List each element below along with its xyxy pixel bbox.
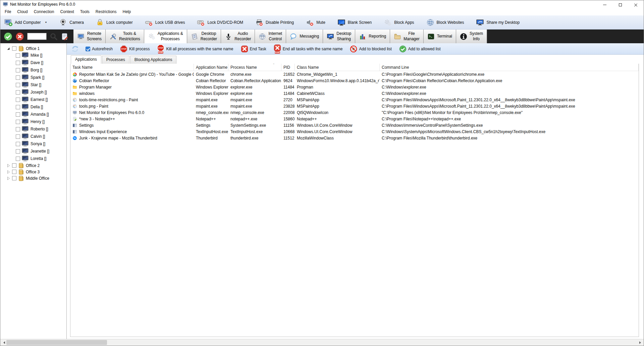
minimize-button[interactable] (597, 0, 612, 9)
tab-desktop-sharing[interactable]: DesktopSharing (323, 30, 355, 43)
tab-reporting[interactable]: Reporting (355, 30, 390, 43)
tree-expander-closed-icon[interactable] (6, 164, 10, 168)
tree-checkbox[interactable] (16, 61, 20, 65)
tree-checkbox[interactable] (16, 53, 20, 58)
end-task-button[interactable]: End Task (241, 45, 266, 53)
tab-messaging[interactable]: Messaging (286, 30, 323, 43)
tree-checkbox[interactable] (12, 170, 16, 174)
tree-checkbox[interactable] (16, 112, 20, 117)
tree-item-sonya[interactable]: Sonya [] (0, 140, 66, 148)
tree-checkbox[interactable] (16, 90, 20, 95)
disconnect-button[interactable] (15, 32, 24, 41)
table-row[interactable]: tools-time-restrictions.png - Paintmspai… (70, 97, 639, 103)
tree-item-joseph[interactable]: Joseph [] (0, 89, 66, 96)
subtab-blocking-applications[interactable]: Blocking Applications (130, 56, 177, 64)
tree-item-earnest[interactable]: Earnest [] (0, 96, 66, 103)
table-row[interactable]: windowsWindows Explorerexplorer.exe11484… (70, 90, 639, 97)
table-row[interactable]: tools.png - Paintmspaint.exemspaint.exe2… (70, 103, 639, 109)
toolbar-lock-computer[interactable]: Lock computer (96, 18, 133, 26)
tree-item-spark[interactable]: Spark [] (0, 74, 66, 81)
toolbar-blank-screen[interactable]: Blank Screen (337, 18, 372, 26)
tree-checkbox[interactable] (16, 127, 20, 131)
toolbar-lock-usb-drives[interactable]: Lock USB drives (145, 18, 185, 26)
maximize-button[interactable] (612, 0, 628, 9)
table-row[interactable]: *new 3 - Notepad++Notepad++notepad++.exe… (70, 116, 639, 122)
tree-expander-open-icon[interactable] (6, 47, 10, 51)
column-header-task-name[interactable]: Task Name (70, 64, 194, 71)
autorefresh-toggle[interactable]: Autorefresh (86, 47, 113, 51)
kill-all-processes-with-the-same-name-button[interactable]: STOPNAMEKill all processes with the same… (157, 44, 233, 54)
tree-checkbox[interactable] (16, 105, 20, 109)
tab-internet-control[interactable]: InternetControl (255, 30, 286, 43)
toolbar-disable-printing[interactable]: Disable Printing (255, 18, 294, 26)
table-row[interactable]: Cobian ReflectorCobian ReflectorCobian.R… (70, 77, 639, 84)
table-row[interactable]: Reporter Milan Kak Se Je Začelo (prvi CD… (70, 71, 639, 77)
menu-help[interactable]: Help (119, 8, 134, 15)
table-row[interactable]: Net Monitor for Employees Pro 6.0.0nmep_… (70, 109, 639, 116)
tab-terminal[interactable]: Terminal (424, 30, 456, 43)
column-header-class-name[interactable]: Class Name (295, 64, 380, 71)
tree-group-office-2[interactable]: Office 2 (0, 162, 66, 169)
tree-group-office-3[interactable]: Office 3 (0, 169, 66, 175)
tab-file-manager[interactable]: FileManager (390, 30, 423, 43)
tree-checkbox[interactable] (16, 157, 20, 161)
tree-checkbox[interactable] (16, 98, 20, 102)
toolbar-block-websites[interactable]: Block Websites (426, 18, 464, 26)
tree-item-star[interactable]: Star [] (0, 81, 66, 89)
toolbar-lock-dvd-cd-rom[interactable]: Lock DVD/CD-ROM (197, 18, 243, 26)
column-header-application-name[interactable]: Application Name (194, 64, 228, 71)
menu-restrictions[interactable]: Restrictions (93, 8, 120, 15)
subtab-processes[interactable]: Processes (102, 56, 129, 64)
toolbar-block-apps[interactable]: Block Apps (384, 18, 414, 26)
tree-checkbox[interactable] (16, 83, 20, 87)
table-row[interactable]: Program ManagerWindows Explorerexplorer.… (70, 84, 639, 90)
tree-item-amanda[interactable]: Amanda [] (0, 111, 66, 118)
table-row[interactable]: Junk - Krajevne mape - Mozilla Thunderbi… (70, 135, 639, 141)
tab-remote-screens[interactable]: RemoteScreens (73, 30, 106, 43)
tree-item-roberto[interactable]: Roberto [] (0, 125, 66, 133)
close-button[interactable] (628, 0, 643, 9)
end-all-tasks-with-the-same-name-button[interactable]: NAMEEnd all tasks with the same name (274, 44, 343, 54)
search-icon[interactable] (50, 33, 58, 41)
tab-desktop-recorder[interactable]: DesktopRecorder (187, 30, 221, 43)
scroll-thumb[interactable] (6, 340, 107, 345)
scroll-right-arrow-icon[interactable] (638, 339, 644, 346)
scroll-left-arrow-icon[interactable] (0, 339, 6, 346)
connect-button[interactable] (4, 32, 12, 41)
tree-checkbox[interactable] (16, 68, 20, 72)
horizontal-scrollbar[interactable] (0, 339, 644, 346)
autorefresh-checkbox[interactable] (86, 47, 90, 51)
tree-item-henry[interactable]: Henry [] (0, 118, 66, 125)
tree-checkbox[interactable] (16, 134, 20, 139)
search-input[interactable] (27, 33, 47, 40)
toolbar-mute[interactable]: Mute (306, 18, 325, 26)
tree-group-office-1[interactable]: Office 1 (0, 45, 66, 52)
tree-checkbox[interactable] (16, 120, 20, 124)
column-header-process-name[interactable]: Process Nameˆ (228, 64, 281, 71)
menu-connection[interactable]: Connection (31, 8, 57, 15)
tab-audio-recorder[interactable]: AudioRecorder (221, 30, 255, 43)
tree-checkbox[interactable] (12, 46, 16, 51)
table-row[interactable]: Windows Input ExperienceTextInputHost.ex… (70, 128, 639, 135)
tree-checkbox[interactable] (16, 149, 20, 154)
menu-tools[interactable]: Tools (77, 8, 93, 15)
refresh-icon[interactable] (71, 45, 79, 53)
tree-checkbox[interactable] (12, 176, 16, 180)
tree-item-loretta[interactable]: Loretta [] (0, 155, 66, 162)
tree-item-calvin[interactable]: Calvin [] (0, 133, 66, 140)
toolbar-add-computer[interactable]: Add Computer▼ (4, 18, 47, 26)
table-row[interactable]: SettingsSettingsSystemSettings.exe11156W… (70, 122, 639, 128)
tree-item-borg[interactable]: Borg [] (0, 66, 66, 74)
column-header-command-line[interactable]: Command Line (380, 64, 639, 71)
tree-expander-closed-icon[interactable] (6, 176, 10, 180)
tab-system-info[interactable]: SystemInfo (456, 30, 487, 43)
edit-log-icon[interactable] (61, 33, 69, 41)
tree-item-jeanette[interactable]: Jeanette [] (0, 148, 66, 155)
tree-checkbox[interactable] (12, 163, 16, 168)
tree-checkbox[interactable] (16, 75, 20, 80)
toolbar-share-my-desktop[interactable]: Share my Desktop (476, 18, 520, 26)
subtab-applications[interactable]: Applications (71, 55, 101, 64)
tree-item-della[interactable]: Della [] (0, 103, 66, 111)
menu-cloud[interactable]: Cloud (14, 8, 31, 15)
toolbar-camera[interactable]: Camera (59, 18, 84, 26)
